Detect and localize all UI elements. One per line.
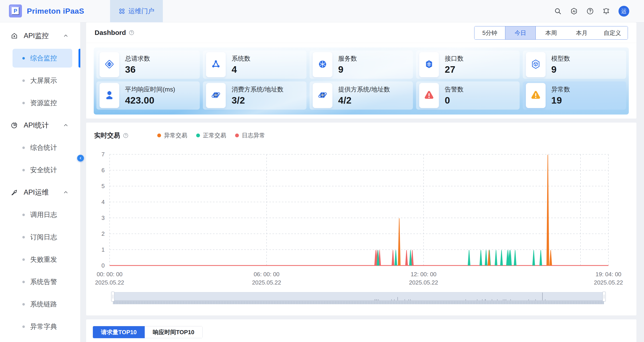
sidebar-item-大屏展示[interactable]: 大屏展示 [0, 69, 80, 92]
legend-dot-icon [235, 134, 239, 137]
realtime-title: 实时交易 [94, 131, 120, 140]
sidebar-group-API监控[interactable]: API监控 [0, 24, 80, 47]
stat-text: 服务数9 [338, 54, 357, 75]
sidebar-item-pill[interactable]: 系统告警 [12, 272, 72, 291]
ai-assistant-icon[interactable]: AI [570, 8, 578, 15]
stat-icon-tile [100, 52, 119, 77]
sidebar-item-综合监控[interactable]: 综合监控 [0, 47, 80, 69]
stat-text: 告警数0 [445, 85, 464, 106]
datazoom-right-handle[interactable] [602, 292, 606, 302]
datazoom-slider[interactable] [113, 292, 604, 304]
legend-dot-icon [157, 134, 161, 137]
stat-card-系统数: 系统数4 [203, 50, 306, 79]
chevron-left-icon [79, 156, 82, 160]
sidebar-item-label: 系统告警 [30, 277, 57, 286]
stat-text: 系统数4 [232, 54, 250, 75]
sidebar-item-安全统计[interactable]: 安全统计 [0, 159, 80, 181]
datazoom-track[interactable] [113, 292, 604, 301]
sidebar-item-pill[interactable]: 调用日志 [12, 205, 72, 224]
sidebar-collapse-button[interactable] [77, 155, 84, 162]
sidebar-group-API运维[interactable]: API运维 [0, 181, 80, 204]
realtime-header: 实时交易 [94, 131, 128, 140]
bullet-dot-icon [22, 214, 25, 216]
sidebar-item-pill[interactable]: 综合统计 [12, 138, 72, 157]
requests-icon [104, 59, 115, 70]
stat-label: 异常数 [552, 85, 570, 94]
logo-icon: P [9, 4, 22, 18]
stat-icon-tile [419, 52, 439, 77]
chevron-up-icon[interactable] [63, 122, 69, 128]
svg-text:2025.05.22: 2025.05.22 [95, 279, 124, 286]
sidebar-item-label: 大屏展示 [30, 76, 57, 85]
model-icon [530, 59, 541, 70]
realtime-chart-card: 实时交易 异常交易正常交易日志异常 0123456700: 00: 002025… [86, 122, 636, 316]
time-filter-本月[interactable]: 本月 [566, 26, 597, 39]
sidebar-item-失败重发[interactable]: 失败重发 [0, 248, 80, 271]
help-icon[interactable] [586, 8, 594, 15]
sidebar-item-资源监控[interactable]: 资源监控 [0, 92, 80, 114]
chevron-up-icon[interactable] [63, 33, 69, 39]
realtime-help-icon[interactable] [123, 133, 128, 138]
tab-ops-portal[interactable]: 运维门户 [110, 0, 163, 22]
sidebar-item-pill[interactable]: 资源监控 [12, 94, 72, 112]
stat-icon-tile [313, 52, 332, 77]
sidebar-item-pill[interactable]: 安全统计 [12, 160, 72, 180]
system-icon [210, 59, 221, 70]
time-filter-自定义[interactable]: 自定义 [597, 26, 628, 39]
tab-响应时间TOP10[interactable]: 响应时间TOP10 [145, 326, 203, 338]
sidebar-item-pill[interactable]: 异常字典 [12, 317, 72, 336]
svg-text:06: 00: 00: 06: 00: 00 [254, 271, 280, 278]
svg-text:1: 1 [102, 246, 105, 253]
stat-text: 异常数19 [552, 85, 570, 106]
legend-item-正常交易[interactable]: 正常交易 [196, 132, 226, 139]
svg-text:2025.05.22: 2025.05.22 [409, 279, 438, 286]
legend-label: 日志异常 [242, 132, 265, 139]
pie-chart-icon [11, 122, 18, 129]
bullet-dot-icon [22, 236, 25, 238]
sidebar-item-pill[interactable]: 综合监控 [12, 49, 72, 68]
tab-请求量TOP10[interactable]: 请求量TOP10 [93, 326, 145, 338]
sidebar-item-综合统计[interactable]: 综合统计 [0, 136, 80, 159]
sidebar-item-pill[interactable]: 大屏展示 [12, 71, 72, 90]
time-filter-今日[interactable]: 今日 [505, 26, 536, 39]
sidebar-item-系统告警[interactable]: 系统告警 [0, 271, 80, 293]
time-filter-本周[interactable]: 本周 [536, 26, 566, 39]
stat-icon-tile [206, 52, 226, 77]
legend-item-日志异常[interactable]: 日志异常 [235, 132, 265, 139]
sidebar-item-label: 订阅日志 [30, 232, 57, 242]
legend-dot-icon [196, 134, 200, 137]
sidebar-item-调用日志[interactable]: 调用日志 [0, 204, 80, 226]
dashboard-help-icon[interactable] [128, 30, 134, 36]
time-range-filter-group: 5分钟今日本周本月自定义 [474, 26, 628, 40]
stat-label: 总请求数 [125, 54, 150, 63]
page-title: Dashbord [94, 29, 126, 36]
sidebar-item-系统链路[interactable]: 系统链路 [0, 293, 80, 316]
stat-label: 告警数 [445, 85, 464, 94]
svg-text:00: 00: 00: 00: 00: 00 [97, 271, 122, 278]
sidebar-item-订阅日志[interactable]: 订阅日志 [0, 226, 80, 248]
sidebar-item-pill[interactable]: 系统链路 [12, 295, 72, 314]
tab-ops-portal-label: 运维门户 [128, 7, 154, 16]
legend-item-异常交易[interactable]: 异常交易 [157, 132, 187, 139]
chevron-up-icon[interactable] [63, 190, 69, 195]
sidebar-item-pill[interactable]: 订阅日志 [12, 228, 72, 246]
realtime-line-chart[interactable]: 0123456700: 00: 002025.05.2206: 00: 0020… [86, 152, 636, 290]
user-avatar[interactable]: 运 [618, 6, 629, 16]
stat-label: 平均响应时间(ms) [125, 85, 175, 94]
bell-icon[interactable] [602, 8, 610, 15]
service-icon [317, 59, 328, 70]
sidebar-item-label: 系统链路 [30, 300, 57, 309]
sidebar-item-label: 综合统计 [30, 143, 57, 152]
stats-row-1: 总请求数36系统数4服务数9接口数27模型数9 [96, 50, 626, 79]
time-filter-5分钟[interactable]: 5分钟 [474, 26, 505, 39]
sidebar-group-API统计[interactable]: API统计 [0, 114, 80, 136]
stat-card-模型数: 模型数9 [523, 50, 626, 79]
sidebar-item-异常字典[interactable]: 异常字典 [0, 316, 80, 338]
apps-grid-icon [118, 8, 125, 14]
sidebar-group-label: API监控 [24, 31, 63, 40]
bullet-dot-icon [22, 258, 25, 261]
search-icon[interactable] [554, 8, 562, 15]
datazoom-left-handle[interactable] [111, 292, 114, 302]
sidebar-item-pill[interactable]: 失败重发 [12, 250, 72, 269]
stat-value: 3/2 [232, 95, 284, 106]
